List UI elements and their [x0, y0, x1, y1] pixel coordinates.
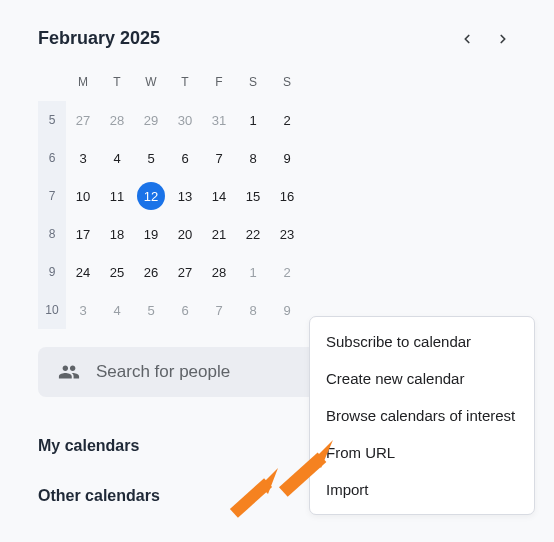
prev-month-button[interactable]: [460, 32, 474, 46]
menu-browse[interactable]: Browse calendars of interest: [310, 407, 534, 424]
week-number: 7: [38, 177, 66, 215]
calendar-day[interactable]: 3: [66, 139, 100, 177]
calendar-day[interactable]: 12: [134, 177, 168, 215]
calendar-day[interactable]: 5: [134, 139, 168, 177]
calendar-day[interactable]: 4: [100, 139, 134, 177]
calendar-day[interactable]: 27: [168, 253, 202, 291]
calendar-day[interactable]: 10: [66, 177, 100, 215]
calendar-day[interactable]: 15: [236, 177, 270, 215]
calendar-day[interactable]: 20: [168, 215, 202, 253]
calendar-day[interactable]: 16: [270, 177, 304, 215]
weekday-header: T: [100, 63, 134, 101]
week-number: 5: [38, 101, 66, 139]
calendar-day[interactable]: 27: [66, 101, 100, 139]
calendar-day[interactable]: 22: [236, 215, 270, 253]
calendar-day[interactable]: 1: [236, 101, 270, 139]
calendar-day[interactable]: 3: [66, 291, 100, 329]
calendar-day[interactable]: 13: [168, 177, 202, 215]
calendar-day[interactable]: 8: [236, 291, 270, 329]
weekday-header: T: [168, 63, 202, 101]
calendar-title: February 2025: [38, 28, 460, 49]
calendar-day[interactable]: 14: [202, 177, 236, 215]
week-number: 10: [38, 291, 66, 329]
calendar-day[interactable]: 28: [100, 101, 134, 139]
calendar-day[interactable]: 30: [168, 101, 202, 139]
people-search-placeholder: Search for people: [96, 362, 230, 382]
calendar-day[interactable]: 2: [270, 101, 304, 139]
calendar-day[interactable]: 4: [100, 291, 134, 329]
people-icon: [58, 361, 80, 383]
calendar-day[interactable]: 29: [134, 101, 168, 139]
calendar-day[interactable]: 23: [270, 215, 304, 253]
week-number: 9: [38, 253, 66, 291]
calendar-day[interactable]: 21: [202, 215, 236, 253]
weekday-header: S: [270, 63, 304, 101]
calendar-day[interactable]: 28: [202, 253, 236, 291]
weekday-header: W: [134, 63, 168, 101]
next-month-button[interactable]: [496, 32, 510, 46]
calendar-day[interactable]: 24: [66, 253, 100, 291]
calendar-day[interactable]: 1: [236, 253, 270, 291]
calendar-day[interactable]: 9: [270, 139, 304, 177]
calendar-day[interactable]: 17: [66, 215, 100, 253]
calendar-day[interactable]: 8: [236, 139, 270, 177]
week-number: 8: [38, 215, 66, 253]
calendar-day[interactable]: 6: [168, 291, 202, 329]
weekday-header: F: [202, 63, 236, 101]
calendar-day[interactable]: 19: [134, 215, 168, 253]
calendar-day[interactable]: 11: [100, 177, 134, 215]
other-calendars-title[interactable]: Other calendars: [38, 487, 160, 505]
calendar-day[interactable]: 7: [202, 139, 236, 177]
menu-import[interactable]: Import: [310, 481, 534, 498]
calendar-day[interactable]: 18: [100, 215, 134, 253]
menu-from-url[interactable]: From URL: [310, 444, 534, 461]
add-calendar-menu: Subscribe to calendar Create new calenda…: [309, 316, 535, 515]
calendar-day[interactable]: 26: [134, 253, 168, 291]
calendar-day[interactable]: 7: [202, 291, 236, 329]
calendar-day[interactable]: 9: [270, 291, 304, 329]
calendar-day[interactable]: 6: [168, 139, 202, 177]
week-number: 6: [38, 139, 66, 177]
weekday-header: S: [236, 63, 270, 101]
menu-subscribe[interactable]: Subscribe to calendar: [310, 333, 534, 350]
weekday-header: M: [66, 63, 100, 101]
my-calendars-title[interactable]: My calendars: [38, 437, 139, 455]
menu-create-new[interactable]: Create new calendar: [310, 370, 534, 387]
calendar-day[interactable]: 25: [100, 253, 134, 291]
mini-calendar: MTWTFSS527282930311263456789710111213141…: [38, 63, 516, 329]
calendar-day[interactable]: 5: [134, 291, 168, 329]
calendar-day[interactable]: 2: [270, 253, 304, 291]
calendar-day[interactable]: 31: [202, 101, 236, 139]
